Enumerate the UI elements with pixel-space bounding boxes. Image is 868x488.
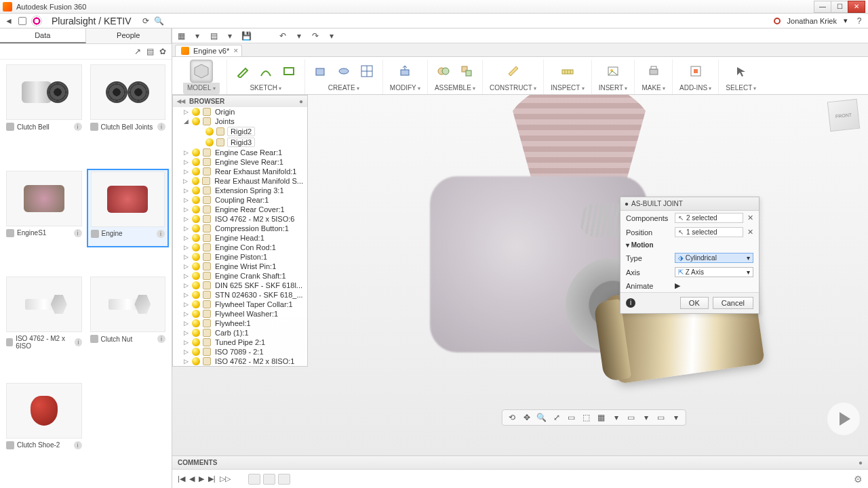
ribbon-label[interactable]: CONSTRUCT <box>490 83 536 94</box>
search-icon[interactable]: 🔍 <box>155 16 164 26</box>
rev-icon[interactable] <box>335 62 353 80</box>
visibility-icon[interactable] <box>205 138 214 146</box>
expand-icon[interactable]: ▷ <box>182 329 189 336</box>
tree-node[interactable]: ▷ISO 7089 - 2:1 <box>173 347 307 357</box>
info-icon[interactable]: i <box>157 335 165 343</box>
visibility-icon[interactable] <box>192 158 200 166</box>
file-drop-icon[interactable]: ▾ <box>225 31 235 41</box>
tree-node[interactable]: ▷Carb (1):1 <box>173 328 307 338</box>
timeline-next-icon[interactable]: ▶| <box>208 474 216 483</box>
visibility-icon[interactable] <box>192 117 200 125</box>
ribbon-label[interactable]: ASSEMBLE <box>435 83 475 94</box>
user-label[interactable]: Jonathan Kriek <box>787 17 837 25</box>
visibility-icon[interactable] <box>192 281 200 289</box>
expand-icon[interactable]: ▷ <box>182 282 189 289</box>
visibility-icon[interactable] <box>192 177 200 185</box>
visibility-icon[interactable] <box>192 319 200 327</box>
nav-back-icon[interactable]: ◄ <box>4 16 14 26</box>
nav-tool-0[interactable]: ⟲ <box>505 411 519 424</box>
info-icon[interactable]: i <box>75 338 81 346</box>
ribbon-label[interactable]: INSERT <box>599 83 628 94</box>
ribbon-label[interactable]: MODIFY <box>390 83 420 94</box>
expand-icon[interactable]: ▷ <box>182 310 189 317</box>
tree-node[interactable]: ▷Flywheel Washer:1 <box>173 309 307 319</box>
rect-icon[interactable] <box>280 62 298 80</box>
help-icon[interactable]: ? <box>854 16 864 26</box>
expand-icon[interactable]: ▷ <box>182 159 189 165</box>
visibility-icon[interactable] <box>192 357 200 365</box>
animate-play-icon[interactable]: ▶ <box>675 281 680 290</box>
visibility-icon[interactable] <box>192 300 200 308</box>
redo-drop-icon[interactable]: ▾ <box>327 31 336 41</box>
grid-icon[interactable]: ▦ <box>176 31 186 41</box>
visibility-icon[interactable] <box>192 272 200 280</box>
thumbnail-item[interactable]: Clutch Belli <box>3 62 85 141</box>
axis-dropdown[interactable]: ⇱ Z Axis▾ <box>675 267 753 277</box>
tab-close-icon[interactable]: ✕ <box>233 47 239 54</box>
position-selector[interactable]: ↖1 selected <box>675 227 743 237</box>
tree-node[interactable]: ▷Flywheel:1 <box>173 319 307 328</box>
viewport-canvas[interactable]: FRONT BROWSER ● ▷Origin◢JointsRigid2Rigi… <box>172 95 868 455</box>
arc-icon[interactable] <box>257 62 275 80</box>
expand-icon[interactable]: ▷ <box>182 339 189 346</box>
tree-node[interactable]: ▷Flywheel Taper Collar:1 <box>173 300 307 309</box>
timeline-play-icon[interactable]: ▶ <box>199 474 204 483</box>
expand-icon[interactable]: ▷ <box>182 291 189 298</box>
tree-node[interactable]: ▷Rear Exhaust Manifold S... <box>173 176 307 186</box>
tree-node[interactable]: ▷Engine Rear Cover:1 <box>173 205 307 214</box>
sel-icon[interactable] <box>732 62 750 80</box>
measure-icon[interactable] <box>559 62 576 80</box>
document-tab[interactable]: Engine v6* ✕ <box>175 45 242 56</box>
visibility-icon[interactable] <box>192 234 200 242</box>
info-icon[interactable]: i <box>74 123 82 131</box>
tree-node[interactable]: ▷Engine Crank Shaft:1 <box>173 271 307 281</box>
expand-icon[interactable]: ▷ <box>182 149 189 156</box>
ribbon-label[interactable]: INSPECT <box>551 83 585 94</box>
nav-tool-7[interactable]: ▾ <box>610 411 623 424</box>
visibility-icon[interactable] <box>192 205 200 214</box>
thumbnail-item[interactable]: Clutch Shoe-2i <box>3 381 85 460</box>
thumbnail-item[interactable]: Clutch Nuti <box>87 274 170 353</box>
settings-icon[interactable]: ✿ <box>159 47 166 56</box>
asm-icon[interactable] <box>435 62 452 80</box>
expand-icon[interactable]: ▷ <box>182 358 189 365</box>
pencil-icon[interactable] <box>234 62 252 80</box>
timeline-feature[interactable] <box>263 474 275 485</box>
visibility-icon[interactable] <box>192 108 200 116</box>
tree-node[interactable]: Rigid3 <box>173 137 307 148</box>
tree-node[interactable]: ▷Extension Spring 3:1 <box>173 186 307 195</box>
maximize-button[interactable]: ☐ <box>831 1 848 13</box>
viewcube[interactable]: FRONT <box>827 99 860 131</box>
components-selector[interactable]: ↖2 selected <box>675 213 743 223</box>
tree-node[interactable]: ▷Engine Wrist Pin:1 <box>173 262 307 271</box>
type-dropdown[interactable]: ⬗ Cylindrical▾ <box>675 253 753 263</box>
list-view-icon[interactable]: ▤ <box>146 47 154 56</box>
visibility-icon[interactable] <box>192 348 200 356</box>
expand-icon[interactable]: ▷ <box>182 216 189 222</box>
visibility-icon[interactable] <box>192 329 200 337</box>
nav-tool-11[interactable]: ▾ <box>669 411 683 424</box>
thumbnail-item[interactable]: ISO 4762 - M2 x 6ISOi <box>3 274 85 353</box>
ok-button[interactable]: OK <box>680 297 709 309</box>
img-icon[interactable] <box>604 62 622 80</box>
tree-node[interactable]: ▷Engine Piston:1 <box>173 252 307 262</box>
timeline-first-icon[interactable]: |◀ <box>178 474 185 483</box>
components-clear-icon[interactable]: ✕ <box>747 214 753 222</box>
tab-data[interactable]: Data <box>0 28 86 43</box>
tab-people[interactable]: People <box>86 28 172 43</box>
visibility-icon[interactable] <box>192 186 200 195</box>
visibility-icon[interactable] <box>192 253 200 261</box>
ribbon-label[interactable]: CREATE <box>328 83 359 94</box>
expand-icon[interactable]: ▷ <box>182 301 189 308</box>
ribbon-label[interactable]: ADD-INS <box>679 83 711 94</box>
visibility-icon[interactable] <box>192 215 200 223</box>
tree-node[interactable]: ▷Engine Head:1 <box>173 233 307 243</box>
visibility-icon[interactable] <box>192 148 200 157</box>
nav-tool-3[interactable]: ⤢ <box>550 411 564 424</box>
tree-node[interactable]: ◢Joints <box>173 117 307 126</box>
upload-icon[interactable]: ↗ <box>134 47 141 56</box>
redo-icon[interactable]: ↷ <box>311 31 320 41</box>
expand-icon[interactable]: ▷ <box>182 263 189 270</box>
ribbon-label[interactable]: MODEL <box>183 83 220 94</box>
tree-node[interactable]: ▷DIN 625 SKF - SKF 618l... <box>173 281 307 290</box>
